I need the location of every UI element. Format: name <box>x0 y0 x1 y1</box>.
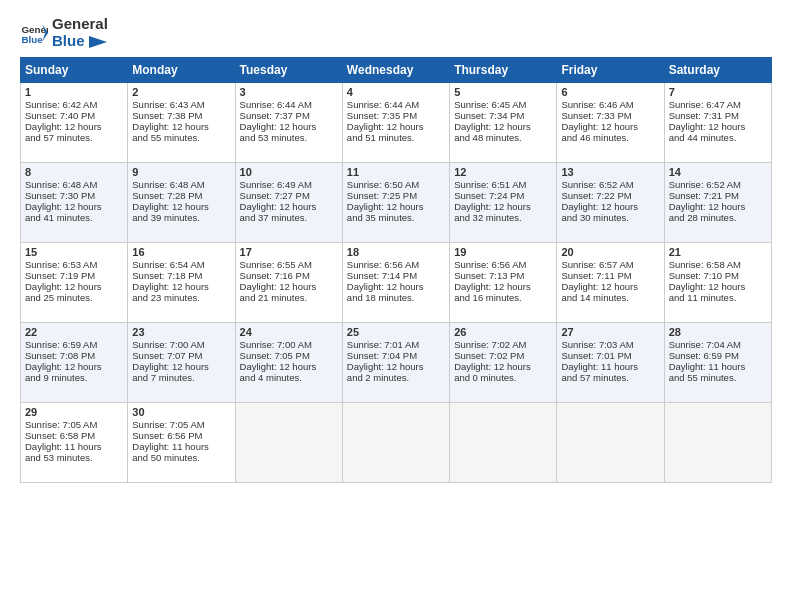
calendar-cell: 27Sunrise: 7:03 AMSunset: 7:01 PMDayligh… <box>557 323 664 403</box>
calendar-cell: 28Sunrise: 7:04 AMSunset: 6:59 PMDayligh… <box>664 323 771 403</box>
sunrise-text: Sunrise: 6:50 AM <box>347 179 445 190</box>
calendar-week-row: 15Sunrise: 6:53 AMSunset: 7:19 PMDayligh… <box>21 243 772 323</box>
daylight-label: Daylight: 12 hours <box>454 121 552 132</box>
sunrise-text: Sunrise: 6:51 AM <box>454 179 552 190</box>
daylight-minutes: and 46 minutes. <box>561 132 659 143</box>
sunrise-text: Sunrise: 6:52 AM <box>561 179 659 190</box>
day-number: 5 <box>454 86 552 98</box>
day-number: 9 <box>132 166 230 178</box>
sunset-text: Sunset: 7:16 PM <box>240 270 338 281</box>
daylight-label: Daylight: 12 hours <box>347 281 445 292</box>
calendar-cell: 12Sunrise: 6:51 AMSunset: 7:24 PMDayligh… <box>450 163 557 243</box>
calendar-cell: 24Sunrise: 7:00 AMSunset: 7:05 PMDayligh… <box>235 323 342 403</box>
sunrise-text: Sunrise: 7:04 AM <box>669 339 767 350</box>
daylight-minutes: and 50 minutes. <box>132 452 230 463</box>
logo-general: General <box>52 16 108 33</box>
calendar-cell: 8Sunrise: 6:48 AMSunset: 7:30 PMDaylight… <box>21 163 128 243</box>
daylight-minutes: and 48 minutes. <box>454 132 552 143</box>
daylight-minutes: and 18 minutes. <box>347 292 445 303</box>
day-number: 30 <box>132 406 230 418</box>
day-number: 15 <box>25 246 123 258</box>
sunset-text: Sunset: 7:04 PM <box>347 350 445 361</box>
day-number: 3 <box>240 86 338 98</box>
calendar-cell: 30Sunrise: 7:05 AMSunset: 6:56 PMDayligh… <box>128 403 235 483</box>
daylight-label: Daylight: 12 hours <box>454 361 552 372</box>
day-number: 12 <box>454 166 552 178</box>
col-wednesday: Wednesday <box>342 58 449 83</box>
calendar-week-row: 22Sunrise: 6:59 AMSunset: 7:08 PMDayligh… <box>21 323 772 403</box>
sunset-text: Sunset: 7:34 PM <box>454 110 552 121</box>
day-number: 7 <box>669 86 767 98</box>
calendar-cell: 14Sunrise: 6:52 AMSunset: 7:21 PMDayligh… <box>664 163 771 243</box>
daylight-label: Daylight: 12 hours <box>132 361 230 372</box>
daylight-minutes: and 53 minutes. <box>240 132 338 143</box>
sunset-text: Sunset: 7:31 PM <box>669 110 767 121</box>
daylight-label: Daylight: 12 hours <box>561 201 659 212</box>
daylight-minutes: and 25 minutes. <box>25 292 123 303</box>
daylight-minutes: and 53 minutes. <box>25 452 123 463</box>
sunrise-text: Sunrise: 7:02 AM <box>454 339 552 350</box>
daylight-minutes: and 44 minutes. <box>669 132 767 143</box>
day-number: 10 <box>240 166 338 178</box>
daylight-minutes: and 14 minutes. <box>561 292 659 303</box>
daylight-minutes: and 55 minutes. <box>669 372 767 383</box>
sunset-text: Sunset: 7:14 PM <box>347 270 445 281</box>
svg-marker-3 <box>89 36 107 48</box>
day-number: 4 <box>347 86 445 98</box>
daylight-minutes: and 30 minutes. <box>561 212 659 223</box>
daylight-label: Daylight: 12 hours <box>25 281 123 292</box>
daylight-label: Daylight: 11 hours <box>669 361 767 372</box>
calendar-cell: 3Sunrise: 6:44 AMSunset: 7:37 PMDaylight… <box>235 83 342 163</box>
sunset-text: Sunset: 7:28 PM <box>132 190 230 201</box>
calendar-cell <box>664 403 771 483</box>
calendar-cell <box>557 403 664 483</box>
calendar-cell: 25Sunrise: 7:01 AMSunset: 7:04 PMDayligh… <box>342 323 449 403</box>
logo-arrow <box>89 36 107 48</box>
sunrise-text: Sunrise: 7:03 AM <box>561 339 659 350</box>
daylight-minutes: and 55 minutes. <box>132 132 230 143</box>
daylight-minutes: and 4 minutes. <box>240 372 338 383</box>
daylight-minutes: and 32 minutes. <box>454 212 552 223</box>
daylight-label: Daylight: 12 hours <box>669 201 767 212</box>
sunrise-text: Sunrise: 6:59 AM <box>25 339 123 350</box>
daylight-label: Daylight: 12 hours <box>347 121 445 132</box>
sunset-text: Sunset: 7:38 PM <box>132 110 230 121</box>
daylight-minutes: and 28 minutes. <box>669 212 767 223</box>
daylight-label: Daylight: 11 hours <box>561 361 659 372</box>
daylight-label: Daylight: 12 hours <box>240 281 338 292</box>
calendar-cell: 10Sunrise: 6:49 AMSunset: 7:27 PMDayligh… <box>235 163 342 243</box>
calendar-cell: 18Sunrise: 6:56 AMSunset: 7:14 PMDayligh… <box>342 243 449 323</box>
daylight-label: Daylight: 12 hours <box>25 201 123 212</box>
daylight-label: Daylight: 12 hours <box>454 201 552 212</box>
daylight-label: Daylight: 12 hours <box>25 361 123 372</box>
calendar-cell: 13Sunrise: 6:52 AMSunset: 7:22 PMDayligh… <box>557 163 664 243</box>
sunrise-text: Sunrise: 6:48 AM <box>25 179 123 190</box>
col-friday: Friday <box>557 58 664 83</box>
daylight-minutes: and 41 minutes. <box>25 212 123 223</box>
header: General Blue General Blue <box>20 16 772 49</box>
daylight-label: Daylight: 12 hours <box>347 361 445 372</box>
daylight-label: Daylight: 12 hours <box>669 121 767 132</box>
svg-text:Blue: Blue <box>21 33 43 44</box>
sunrise-text: Sunrise: 6:55 AM <box>240 259 338 270</box>
sunrise-text: Sunrise: 6:47 AM <box>669 99 767 110</box>
sunrise-text: Sunrise: 6:58 AM <box>669 259 767 270</box>
daylight-minutes: and 2 minutes. <box>347 372 445 383</box>
day-number: 19 <box>454 246 552 258</box>
sunrise-text: Sunrise: 6:52 AM <box>669 179 767 190</box>
sunrise-text: Sunrise: 6:48 AM <box>132 179 230 190</box>
sunset-text: Sunset: 7:25 PM <box>347 190 445 201</box>
sunrise-text: Sunrise: 6:56 AM <box>454 259 552 270</box>
sunset-text: Sunset: 7:22 PM <box>561 190 659 201</box>
daylight-minutes: and 16 minutes. <box>454 292 552 303</box>
logo-blue: Blue <box>52 33 108 50</box>
calendar-cell: 1Sunrise: 6:42 AMSunset: 7:40 PMDaylight… <box>21 83 128 163</box>
daylight-label: Daylight: 12 hours <box>132 121 230 132</box>
day-number: 21 <box>669 246 767 258</box>
day-number: 25 <box>347 326 445 338</box>
calendar-cell: 9Sunrise: 6:48 AMSunset: 7:28 PMDaylight… <box>128 163 235 243</box>
sunset-text: Sunset: 7:24 PM <box>454 190 552 201</box>
calendar-week-row: 8Sunrise: 6:48 AMSunset: 7:30 PMDaylight… <box>21 163 772 243</box>
daylight-label: Daylight: 12 hours <box>454 281 552 292</box>
daylight-minutes: and 57 minutes. <box>561 372 659 383</box>
